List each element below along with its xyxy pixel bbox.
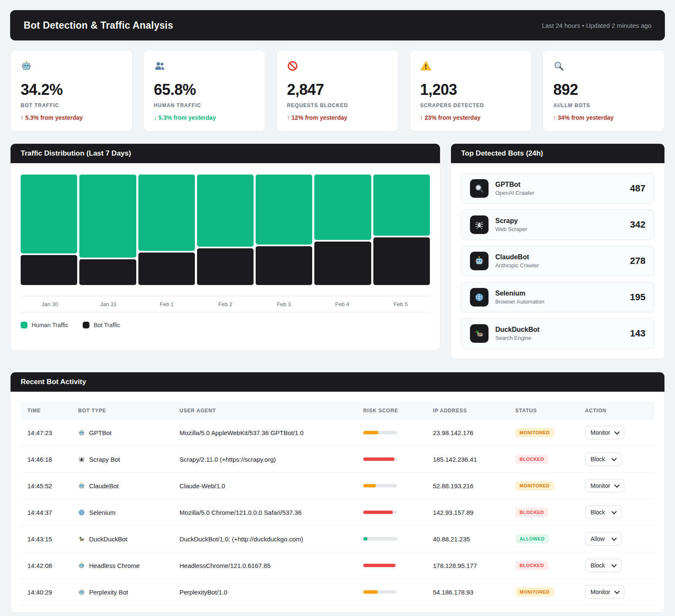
cell-time: 14:40:29 bbox=[21, 579, 71, 605]
column-header-time: TIME bbox=[21, 402, 71, 420]
cell-risk-score bbox=[356, 579, 426, 605]
cell-user-agent: Mozilla/5.0 Chrome/121.0.0.0 Safari/537.… bbox=[173, 499, 356, 526]
chart-panel-title: Traffic Distribution (Last 7 Days) bbox=[21, 149, 131, 158]
stat-card-bot-traffic: 34.2% BOT TRAFFIC ↑ 5.3% from yesterday bbox=[10, 50, 132, 132]
user-agent-value: Mozilla/5.0 Chrome/121.0.0.0 Safari/537.… bbox=[179, 509, 301, 516]
column-header-user-agent: USER AGENT bbox=[173, 402, 356, 420]
cell-action: Monitor bbox=[578, 473, 654, 499]
time-value: 14:42:08 bbox=[27, 562, 52, 569]
page-title: Bot Detection & Traffic Analysis bbox=[24, 20, 173, 31]
cell-ip-address: 185.142.236.41 bbox=[426, 446, 508, 473]
action-dropdown[interactable]: Monitor bbox=[585, 426, 625, 439]
status-badge: BLOCKED bbox=[516, 561, 548, 570]
robot-icon bbox=[78, 562, 85, 569]
recent-activity-header: Recent Bot Activity bbox=[11, 372, 664, 392]
column-header-ip-address: IP ADDRESS bbox=[426, 402, 508, 420]
cell-status: BLOCKED bbox=[509, 552, 578, 579]
cell-bot-type: ClaudeBot bbox=[71, 473, 173, 499]
bot-icon-box bbox=[470, 179, 489, 198]
bot-text: Selenium Browser Automation bbox=[495, 290, 544, 305]
stat-value: 1,203 bbox=[420, 81, 521, 99]
bot-subtitle: OpenAI Crawler bbox=[495, 190, 534, 196]
stats-row: 34.2% BOT TRAFFIC ↑ 5.3% from yesterday … bbox=[10, 50, 665, 132]
status-badge: MONITORED bbox=[516, 428, 554, 437]
cell-ip-address: 40.88.21.235 bbox=[426, 526, 508, 552]
cell-bot-type: Headless Chrome bbox=[71, 552, 173, 579]
human-traffic-segment bbox=[21, 175, 77, 253]
time-value: 14:46:18 bbox=[27, 456, 52, 463]
bot-traffic-segment bbox=[138, 253, 195, 285]
bot-name: ClaudeBot bbox=[495, 253, 539, 261]
action-dropdown-label: Monitor bbox=[591, 429, 610, 436]
bot-item-scrapy: Scrapy Web Scraper 342 bbox=[461, 210, 654, 240]
status-badge: MONITORED bbox=[516, 481, 554, 490]
table-header-row: TIMEBOT TYPEUSER AGENTRISK SCOREIP ADDRE… bbox=[21, 402, 654, 420]
cell-risk-score bbox=[356, 499, 426, 526]
action-dropdown[interactable]: Allow bbox=[585, 532, 621, 546]
bot-type-label: ClaudeBot bbox=[89, 482, 119, 490]
x-axis-label: Feb 3 bbox=[254, 301, 313, 307]
cell-time: 14:45:52 bbox=[21, 473, 71, 499]
bot-icon-box bbox=[470, 215, 489, 234]
cell-time: 14:43:15 bbox=[21, 526, 71, 552]
bot-traffic-segment bbox=[314, 242, 371, 285]
action-dropdown[interactable]: Block bbox=[585, 559, 621, 572]
human-traffic-segment bbox=[197, 175, 254, 247]
stat-label: SCRAPERS DETECTED bbox=[420, 102, 521, 108]
action-dropdown-label: Monitor bbox=[591, 482, 610, 489]
action-dropdown-label: Allow bbox=[591, 535, 605, 542]
action-dropdown-label: Block bbox=[591, 562, 605, 569]
bot-type-label: Perplexity Bot bbox=[89, 589, 128, 596]
cell-risk-score bbox=[356, 552, 426, 579]
spider-icon bbox=[474, 220, 484, 230]
action-dropdown[interactable]: Monitor bbox=[585, 585, 625, 599]
bot-text: GPTBot OpenAI Crawler bbox=[495, 181, 534, 196]
cell-user-agent: Mozilla/5.0 AppleWebKit/537.36 GPTBot/1.… bbox=[173, 420, 356, 446]
time-value: 14:47:23 bbox=[27, 429, 52, 436]
chevron-down-icon bbox=[615, 429, 620, 435]
human-traffic-segment bbox=[138, 175, 195, 251]
bot-count: 143 bbox=[630, 328, 645, 339]
bar-feb-5 bbox=[373, 175, 430, 285]
time-value: 14:45:52 bbox=[27, 482, 52, 490]
x-axis-label: Feb 4 bbox=[313, 301, 372, 307]
activity-row-gptbot: 14:47:23 GPTBot Mozilla/5.0 AppleWebKit/… bbox=[21, 420, 654, 446]
legend-item-human-traffic: Human Traffic bbox=[21, 322, 68, 328]
human-traffic-segment bbox=[373, 175, 430, 236]
risk-bar-fill bbox=[363, 457, 394, 461]
status-badge: ALLOWED bbox=[516, 534, 549, 543]
stat-card-human-traffic: 65.8% HUMAN TRAFFIC ↓ 5.3% from yesterda… bbox=[143, 50, 266, 132]
ip-address-value: 23.98.142.176 bbox=[433, 429, 473, 436]
action-dropdown[interactable]: Block bbox=[585, 506, 621, 519]
stat-value: 34.2% bbox=[21, 81, 122, 99]
bot-subtitle: Anthropic Crawler bbox=[495, 262, 539, 269]
cell-bot-type: DuckDuckBot bbox=[71, 526, 173, 552]
bot-text: DuckDuckBot Search Engine bbox=[495, 326, 540, 341]
chevron-down-icon bbox=[611, 509, 617, 514]
cell-user-agent: HeadlessChrome/121.0.6167.85 bbox=[173, 552, 356, 579]
action-dropdown[interactable]: Monitor bbox=[585, 479, 625, 492]
bot-name: GPTBot bbox=[495, 181, 534, 188]
x-axis-label: Feb 2 bbox=[196, 301, 255, 307]
cell-bot-type: GPTBot bbox=[71, 420, 173, 446]
bot-icon-box bbox=[470, 252, 489, 270]
duck-icon bbox=[474, 328, 484, 339]
human-traffic-segment bbox=[256, 175, 312, 245]
stat-value: 892 bbox=[553, 81, 654, 99]
cell-action: Allow bbox=[578, 526, 654, 552]
bot-name: Selenium bbox=[495, 290, 544, 297]
action-dropdown-label: Monitor bbox=[591, 589, 610, 595]
action-dropdown[interactable]: Block bbox=[585, 452, 621, 466]
cell-ip-address: 23.98.142.176 bbox=[426, 420, 508, 446]
status-badge: MONITORED bbox=[516, 587, 554, 597]
bot-item-gptbot: GPTBot OpenAI Crawler 487 bbox=[461, 173, 654, 204]
column-header-status: STATUS bbox=[509, 402, 578, 420]
chevron-down-icon bbox=[611, 535, 617, 541]
chevron-down-icon bbox=[615, 589, 620, 594]
cell-action: Block bbox=[578, 446, 654, 473]
human-traffic-segment bbox=[79, 175, 136, 258]
stat-card-scrapers-detected: 1,203 SCRAPERS DETECTED ↑ 23% from yeste… bbox=[410, 50, 532, 132]
cell-action: Block bbox=[578, 499, 654, 526]
risk-bar-fill bbox=[363, 431, 378, 434]
bot-traffic-segment bbox=[256, 246, 312, 285]
